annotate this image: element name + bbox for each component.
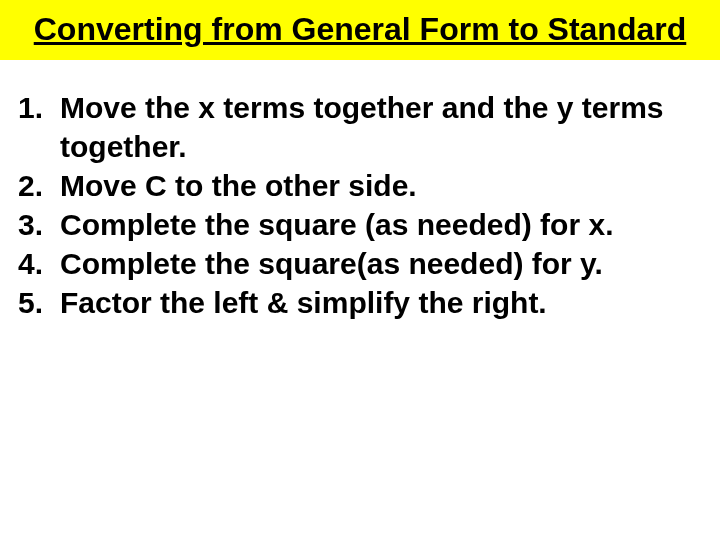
list-number: 4. — [18, 244, 60, 283]
list-item: 5. Factor the left & simplify the right. — [18, 283, 702, 322]
list-text: Complete the square (as needed) for x. — [60, 205, 702, 244]
list-item: 1. Move the x terms together and the y t… — [18, 88, 702, 166]
list-text: Factor the left & simplify the right. — [60, 283, 702, 322]
page-title: Converting from General Form to Standard — [20, 10, 700, 48]
list-number: 3. — [18, 205, 60, 244]
list-item: 4. Complete the square(as needed) for y. — [18, 244, 702, 283]
steps-list: 1. Move the x terms together and the y t… — [0, 60, 720, 322]
list-text: Move the x terms together and the y term… — [60, 88, 702, 166]
list-text: Complete the square(as needed) for y. — [60, 244, 702, 283]
list-number: 1. — [18, 88, 60, 166]
title-bar: Converting from General Form to Standard — [0, 0, 720, 60]
list-item: 2. Move C to the other side. — [18, 166, 702, 205]
list-number: 2. — [18, 166, 60, 205]
list-number: 5. — [18, 283, 60, 322]
list-item: 3. Complete the square (as needed) for x… — [18, 205, 702, 244]
list-text: Move C to the other side. — [60, 166, 702, 205]
